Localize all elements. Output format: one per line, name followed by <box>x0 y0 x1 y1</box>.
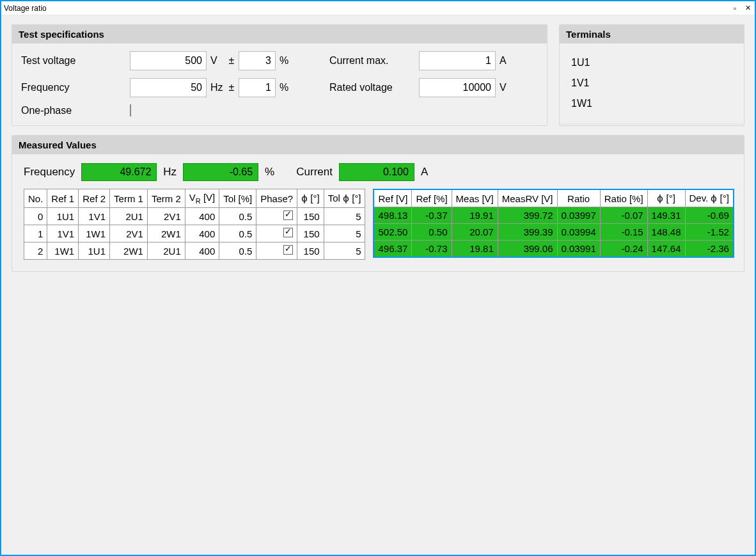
frequency-tol-input[interactable] <box>239 78 276 97</box>
plusminus-1: ± <box>224 55 239 67</box>
frequency-input[interactable] <box>130 78 207 97</box>
maximize-icon[interactable]: ▫ <box>730 4 739 13</box>
terminal-item: 1W1 <box>571 93 732 114</box>
col-devphi: Dev. ϕ [°] <box>685 189 734 207</box>
rated-voltage-input[interactable] <box>419 78 496 97</box>
mv-current-value: 0.100 <box>339 163 414 181</box>
table-row: 502.500.5020.07399.390.03994-0.15148.48-… <box>374 224 733 241</box>
phase-checkbox[interactable] <box>283 228 293 237</box>
col-ref2: Ref 2 <box>79 189 110 208</box>
phase-checkbox[interactable] <box>283 210 293 220</box>
unit-voltage-tol: % <box>276 55 291 67</box>
unit-amp: A <box>421 166 428 179</box>
phase-checkbox[interactable] <box>283 245 293 255</box>
col-phi: ϕ [°] <box>297 189 324 208</box>
col-tol: Tol [%] <box>219 189 256 208</box>
col-tolphi: Tol ϕ [°] <box>324 189 365 208</box>
label-frequency: Frequency <box>21 82 130 93</box>
unit-hz: Hz <box>163 166 177 179</box>
table-row[interactable]: 11V11W12V12W14000.51505 <box>24 225 365 242</box>
content-area: Test specifications Test voltage V ± % C… <box>1 15 755 555</box>
terminals-panel: Terminals 1U1 1V1 1W1 <box>559 24 744 126</box>
window-title: Voltage ratio <box>4 4 730 13</box>
terminals-list: 1U1 1V1 1W1 <box>560 44 744 123</box>
col-term1: Term 1 <box>110 189 148 208</box>
unit-current-max: A <box>496 55 510 67</box>
unit-frequency: Hz <box>207 82 224 93</box>
col-ratio: Ratio <box>557 189 600 207</box>
label-mv-frequency: Frequency <box>24 166 75 179</box>
terminal-item: 1U1 <box>571 52 732 73</box>
close-icon[interactable]: ✕ <box>743 4 752 13</box>
col-refp: Ref [%] <box>412 189 452 207</box>
one-phase-checkbox[interactable] <box>130 104 131 116</box>
label-one-phase: One-phase <box>21 105 130 116</box>
window: Voltage ratio ▫ ✕ Test specifications Te… <box>0 0 756 556</box>
col-refv: Ref [V] <box>374 189 411 207</box>
config-table[interactable]: No. Ref 1 Ref 2 Term 1 Term 2 VR [V] Tol… <box>24 189 365 260</box>
measured-values-header: Measured Values <box>12 136 744 154</box>
unit-frequency-tol: % <box>276 82 291 93</box>
test-specifications-panel: Test specifications Test voltage V ± % C… <box>12 24 547 126</box>
col-measrv: MeasRV [V] <box>498 189 557 207</box>
col-phase: Phase? <box>256 189 297 208</box>
measured-values-panel: Measured Values Frequency 49.672 Hz -0.6… <box>12 135 744 272</box>
unit-rated-voltage: V <box>496 82 510 93</box>
col-rphi: ϕ [°] <box>647 189 685 207</box>
terminals-header: Terminals <box>560 25 744 44</box>
table-row: 496.37-0.7319.81399.060.03991-0.24147.64… <box>374 241 733 258</box>
plusminus-2: ± <box>224 82 239 93</box>
table-row[interactable]: 01U11V12U12V14000.51505 <box>24 208 365 225</box>
terminal-item: 1V1 <box>571 73 732 93</box>
label-current-max: Current max. <box>329 55 419 67</box>
col-ratiop: Ratio [%] <box>600 189 647 207</box>
col-ref1: Ref 1 <box>47 189 79 208</box>
col-meas: Meas [V] <box>452 189 498 207</box>
current-max-input[interactable] <box>419 51 496 70</box>
table-row: 498.13-0.3719.91399.720.03997-0.07149.31… <box>374 207 733 224</box>
unit-pct: % <box>265 166 274 179</box>
table-row[interactable]: 21W11U12W12U14000.51505 <box>24 242 365 260</box>
unit-voltage: V <box>207 55 224 67</box>
label-mv-current: Current <box>296 166 333 179</box>
test-voltage-input[interactable] <box>130 51 207 70</box>
mv-frequency-value: 49.672 <box>81 163 157 181</box>
test-specifications-header: Test specifications <box>12 25 547 44</box>
titlebar-controls: ▫ ✕ <box>730 4 752 13</box>
results-table[interactable]: Ref [V] Ref [%] Meas [V] MeasRV [V] Rati… <box>373 189 734 258</box>
label-rated-voltage: Rated voltage <box>329 82 419 93</box>
col-vr: VR [V] <box>185 189 219 208</box>
mv-pct-value: -0.65 <box>183 163 258 181</box>
test-voltage-tol-input[interactable] <box>239 51 276 70</box>
col-term2: Term 2 <box>147 189 185 208</box>
label-test-voltage: Test voltage <box>21 55 130 67</box>
titlebar: Voltage ratio ▫ ✕ <box>1 1 755 15</box>
col-no: No. <box>24 189 47 208</box>
